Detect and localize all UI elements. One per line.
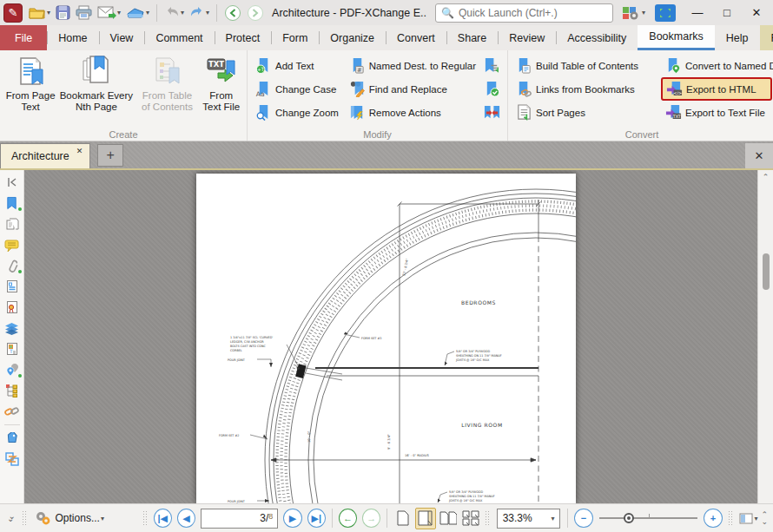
next-page-button[interactable]: ▶ <box>283 509 301 528</box>
previous-page-button[interactable]: ◀ <box>177 509 195 528</box>
tab-bookmarks[interactable]: Bookmarks <box>638 25 715 50</box>
destinations-pane-button[interactable] <box>2 359 23 380</box>
new-tab-button[interactable]: + <box>97 144 123 167</box>
zoom-slider[interactable] <box>599 509 698 528</box>
collapse-pane-button[interactable] <box>2 172 23 193</box>
minimize-button[interactable]: — <box>683 2 712 24</box>
links-pane-button[interactable] <box>2 401 23 422</box>
history-forward-button[interactable]: → <box>362 509 380 528</box>
tab-review[interactable]: Review <box>498 25 556 50</box>
bookmark-every-nth-page-button[interactable]: Bookmark Every Nth Page <box>57 52 135 128</box>
save-button[interactable] <box>53 2 73 24</box>
close-button[interactable]: ✕ <box>742 2 771 24</box>
zoom-level-select[interactable]: 33.3% ▾ <box>497 509 561 529</box>
links-from-bookmarks-button[interactable]: Links from Bookmarks <box>512 77 661 101</box>
tab-form[interactable]: Form <box>271 25 319 50</box>
fit-width-view-button[interactable] <box>415 508 436 529</box>
change-zoom-button[interactable]: Change Zoom <box>251 101 345 124</box>
close-tab-icon[interactable]: ✕ <box>76 147 83 155</box>
tags-pane-button[interactable] <box>2 428 23 449</box>
page-number-box[interactable]: 3/8 <box>201 509 278 529</box>
change-case-button[interactable]: Aa Change Case <box>251 77 345 101</box>
quick-launch[interactable]: 🔍 <box>435 3 613 23</box>
quick-launch-input[interactable] <box>459 7 607 19</box>
open-button[interactable]: ▾ <box>26 2 53 24</box>
structure-pane-button[interactable] <box>2 380 23 401</box>
pane-toggle-button[interactable]: ▾ <box>736 507 761 529</box>
pages-icon <box>5 217 19 231</box>
pdf-page[interactable]: BEDROOMS LIVING ROOM FORM SET #3 FORM SE… <box>196 174 576 503</box>
tab-organize[interactable]: Organize <box>319 25 386 50</box>
order-pane-button[interactable] <box>2 449 23 470</box>
collapse-statusbar-button[interactable]: ⌄⌄ <box>3 507 19 529</box>
remove-actions-button[interactable]: Remove Actions <box>345 101 480 124</box>
grid-view-button[interactable] <box>460 508 481 529</box>
from-table-of-contents-button[interactable]: From Table of Contents <box>135 52 200 128</box>
bookmarks-pane-button[interactable] <box>2 193 23 213</box>
scroll-up-icon[interactable]: ⌃ <box>758 173 773 181</box>
first-page-button[interactable]: |◀ <box>154 509 172 528</box>
zoom-out-button[interactable]: − <box>574 509 592 528</box>
app-window: ✎ ▾ ▾ ▾ ▾ ▾ <box>0 0 773 532</box>
zoom-in-button[interactable]: + <box>704 509 722 528</box>
find-and-replace-button[interactable]: Find and Replace <box>345 77 480 101</box>
single-page-view-button[interactable] <box>392 508 413 529</box>
build-table-of-contents-button[interactable]: Build Table of Contents <box>512 54 661 77</box>
svg-text:BOLTS CAST INTO CONC: BOLTS CAST INTO CONC <box>230 345 267 348</box>
tab-help[interactable]: Help <box>715 25 760 50</box>
last-page-button[interactable]: ▶| <box>307 509 326 528</box>
document-tab-architecture[interactable]: Architecture ✕ <box>0 143 90 168</box>
from-text-file-button[interactable]: TXT From Text File <box>199 52 243 128</box>
history-back-button[interactable]: ← <box>339 509 357 528</box>
drag-handle[interactable] <box>728 510 734 526</box>
export-to-html-button[interactable]: </> Export to HTML <box>661 77 772 101</box>
options-button[interactable]: Options... ▾ <box>30 507 108 529</box>
named-dest-to-regular-button[interactable]: # Named Dest. to Regular <box>345 54 480 77</box>
print-button[interactable] <box>73 2 95 24</box>
tab-accessibility[interactable]: Accessibility <box>556 25 638 50</box>
validate-bookmarks-button[interactable] <box>480 77 503 101</box>
app-logo-icon[interactable]: ✎ <box>3 3 23 23</box>
fields-pane-button[interactable] <box>2 276 23 297</box>
convert-to-named-dest-button[interactable]: Convert to Named Dest. <box>661 54 772 77</box>
group-label: Create <box>0 129 247 140</box>
scrollbar-thumb[interactable] <box>763 253 770 290</box>
redo-button[interactable]: ▾ <box>187 2 212 24</box>
tab-share[interactable]: Share <box>446 25 498 50</box>
email-button[interactable]: ▾ <box>95 2 123 24</box>
maximize-button[interactable]: □ <box>712 2 742 24</box>
close-document-button[interactable]: ✕ <box>745 143 773 168</box>
slider-thumb[interactable] <box>624 513 634 523</box>
layers-pane-button[interactable] <box>2 318 23 338</box>
tab-comment[interactable]: Comment <box>144 25 214 50</box>
signatures-pane-button[interactable] <box>2 297 23 318</box>
expand-statusbar-button[interactable]: ⌃⌄ <box>761 511 770 525</box>
sort-pages-button[interactable]: Sort Pages <box>512 101 661 124</box>
tab-format[interactable]: Format <box>760 25 773 50</box>
forward-button[interactable] <box>244 2 267 24</box>
sort-bookmarks-button[interactable] <box>480 54 503 77</box>
vertical-scrollbar[interactable]: ⌃ <box>757 170 773 503</box>
comments-pane-button[interactable] <box>2 234 23 255</box>
drag-handle[interactable] <box>485 510 491 526</box>
back-button[interactable] <box>221 2 244 24</box>
drag-handle[interactable] <box>142 510 149 526</box>
from-page-text-button[interactable]: From Page Text <box>3 52 57 128</box>
tab-view[interactable]: View <box>99 25 145 50</box>
tab-home[interactable]: Home <box>47 25 98 50</box>
attachments-pane-button[interactable] <box>2 255 23 276</box>
two-page-view-button[interactable] <box>438 508 459 529</box>
content-pane-button[interactable]: T <box>2 338 23 359</box>
undo-button[interactable]: ▾ <box>162 2 187 24</box>
tab-file[interactable]: File <box>0 25 47 50</box>
drag-handle[interactable] <box>22 510 28 526</box>
export-to-text-file-button[interactable]: TXT Export to Text File <box>661 101 772 124</box>
tab-protect[interactable]: Protect <box>215 25 272 50</box>
fullscreen-button[interactable] <box>655 4 676 22</box>
ui-options-button[interactable]: ▾ <box>619 2 648 24</box>
add-text-button[interactable]: +T Add Text <box>251 54 345 77</box>
merge-bookmarks-button[interactable] <box>480 101 503 124</box>
scan-button[interactable]: ▾ <box>123 2 152 24</box>
tab-convert[interactable]: Convert <box>386 25 446 50</box>
thumbnails-pane-button[interactable] <box>2 213 23 234</box>
